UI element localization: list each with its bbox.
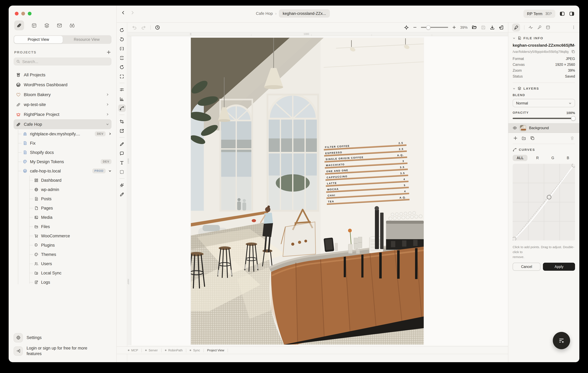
- add-layer-icon[interactable]: [513, 136, 518, 140]
- apply-button[interactable]: Apply: [543, 263, 575, 271]
- tab-project-view[interactable]: Project View: [14, 36, 63, 43]
- add-project-icon[interactable]: [106, 50, 111, 55]
- save-icon[interactable]: [481, 25, 486, 30]
- rotate-ccw-icon[interactable]: [118, 35, 126, 43]
- minimize-button[interactable]: [21, 12, 25, 15]
- flip-horizontal-icon[interactable]: [118, 45, 126, 52]
- brush-panel-icon[interactable]: [512, 23, 520, 31]
- zoom-slider[interactable]: [421, 27, 448, 28]
- tab-resource-view[interactable]: Resource View: [63, 36, 111, 43]
- zoom-slider-thumb[interactable]: [426, 25, 430, 30]
- chevron-down-icon[interactable]: [513, 87, 515, 90]
- file-tab[interactable]: keghan-crossland-ZZx...: [279, 9, 330, 18]
- sidebar-item-cafe-hop-to-local[interactable]: cafe-hop-to.local PROD: [23, 166, 112, 176]
- sidebar-item-bloom-bakery[interactable]: Bloom Bakery: [14, 90, 112, 99]
- sidebar-item-files[interactable]: Files: [34, 222, 112, 231]
- sidebar-item-wp-admin[interactable]: wp-admin: [34, 185, 112, 194]
- history-clock-icon[interactable]: [155, 25, 160, 30]
- tab-all-channels[interactable]: ALL: [513, 155, 528, 161]
- rp-term-button[interactable]: RP Term ⌘P: [524, 10, 555, 18]
- ai-sparkle-icon[interactable]: [118, 181, 126, 189]
- forward-icon[interactable]: [130, 11, 135, 15]
- rotate-cw-icon[interactable]: [118, 26, 126, 34]
- more-menu-icon[interactable]: [572, 25, 576, 29]
- toggle-right-panel-icon[interactable]: [569, 11, 574, 16]
- sidebar-item-users[interactable]: Users: [34, 259, 112, 268]
- comment-icon[interactable]: [118, 150, 126, 157]
- download-icon[interactable]: [490, 25, 495, 30]
- toggle-left-panel-icon[interactable]: [560, 11, 565, 16]
- binoculars-icon[interactable]: [70, 23, 75, 28]
- opacity-slider-thumb[interactable]: [571, 116, 576, 121]
- layout-panel-icon[interactable]: [546, 25, 550, 30]
- snap-target-icon[interactable]: [404, 25, 409, 30]
- open-folder-icon[interactable]: [472, 25, 477, 30]
- redo-icon[interactable]: [141, 25, 146, 30]
- search-input[interactable]: [22, 59, 109, 64]
- eyedropper-icon[interactable]: [118, 191, 126, 198]
- adjustments-icon[interactable]: [118, 86, 126, 93]
- canvas-area[interactable]: 0 1000 1000 2000: [127, 33, 508, 345]
- close-button[interactable]: [15, 12, 19, 15]
- sidebar-item-my-design-tokens[interactable]: My Design Tokens DEV: [23, 157, 112, 166]
- ai-tasks-fab[interactable]: [553, 332, 570, 349]
- layout-view-icon[interactable]: [32, 23, 37, 28]
- text-tool-icon[interactable]: [118, 159, 126, 166]
- opacity-slider[interactable]: [513, 118, 575, 119]
- activity-panel-icon[interactable]: [528, 25, 533, 30]
- flip-vertical-icon[interactable]: [118, 54, 126, 62]
- sidebar-item-shopify-docs[interactable]: Shopify docs: [23, 148, 112, 157]
- tab-red-channel[interactable]: R: [532, 155, 543, 161]
- sidebar-item-fix[interactable]: Fix: [23, 138, 112, 148]
- sidebar-item-all-projects[interactable]: All Projects: [14, 70, 112, 80]
- status-server[interactable]: Server: [148, 349, 158, 352]
- sidebar-item-plugins[interactable]: Plugins: [34, 241, 112, 250]
- visibility-eye-icon[interactable]: [513, 126, 517, 130]
- sidebar-item-media[interactable]: Media: [34, 213, 112, 222]
- sidebar-item-wp-test-site[interactable]: wp-test-site: [14, 99, 112, 110]
- sidebar-item-local-sync[interactable]: Local Sync: [34, 268, 112, 277]
- zoom-out-icon[interactable]: [413, 25, 417, 29]
- status-mcp[interactable]: MCP: [131, 349, 138, 352]
- delete-layer-icon[interactable]: [570, 136, 574, 140]
- duplicate-layer-icon[interactable]: [530, 136, 535, 140]
- zoom-button[interactable]: [28, 12, 32, 15]
- marquee-select-icon[interactable]: [118, 168, 126, 176]
- sidebar-item-logs[interactable]: Logs: [34, 277, 112, 287]
- status-robinpath[interactable]: RobinPath: [168, 349, 182, 352]
- sidebar-item-themes[interactable]: Themes: [34, 250, 112, 259]
- back-icon[interactable]: [121, 11, 125, 15]
- tab-green-channel[interactable]: G: [547, 155, 558, 161]
- tab-blue-channel[interactable]: B: [563, 155, 573, 161]
- zoom-in-icon[interactable]: [452, 25, 456, 29]
- sidebar-item-rightplace-project[interactable]: RightPlace Project: [14, 110, 112, 119]
- login-row[interactable]: Login or sign up for free for more featu…: [14, 345, 112, 357]
- settings-row[interactable]: Settings: [14, 333, 112, 342]
- export-share-icon[interactable]: [118, 127, 126, 134]
- key-panel-icon[interactable]: [537, 25, 542, 30]
- search-box[interactable]: [14, 57, 112, 66]
- curve-editor[interactable]: [513, 164, 575, 240]
- new-group-icon[interactable]: [522, 136, 526, 141]
- sidebar-item-woocommerce[interactable]: WooCommerce: [34, 231, 112, 241]
- status-view-label[interactable]: Project View: [207, 349, 224, 352]
- photo-canvas[interactable]: FILTER COFFEE2.5 ESPRESSO2.5 SINGLE ORIG…: [191, 38, 424, 345]
- mail-icon[interactable]: [57, 23, 62, 28]
- app-logo-icon[interactable]: [14, 20, 24, 30]
- fit-screen-icon[interactable]: [118, 73, 126, 80]
- crop-icon[interactable]: [118, 118, 126, 125]
- histogram-icon[interactable]: [118, 95, 126, 103]
- undo-icon[interactable]: [132, 25, 137, 30]
- export-file-icon[interactable]: [499, 25, 504, 30]
- status-sync[interactable]: Sync: [193, 349, 200, 352]
- chevron-down-icon[interactable]: [513, 37, 515, 39]
- pencil-icon[interactable]: [118, 140, 126, 148]
- layers-view-icon[interactable]: [44, 23, 49, 28]
- sidebar-item-wordpress-dashboard[interactable]: WordPress Dashboard: [14, 80, 112, 90]
- sidebar-item-rightplace-dev[interactable]: rightplace-dev.myshopify.... DEV: [23, 129, 112, 138]
- breadcrumb-project[interactable]: Cafe Hop: [256, 11, 273, 16]
- curves-tool-icon[interactable]: [118, 104, 126, 112]
- zoom-value[interactable]: 39%: [460, 25, 468, 30]
- curve-control-point[interactable]: [547, 195, 551, 199]
- sidebar-item-cafe-hop[interactable]: Cafe Hop: [14, 119, 112, 129]
